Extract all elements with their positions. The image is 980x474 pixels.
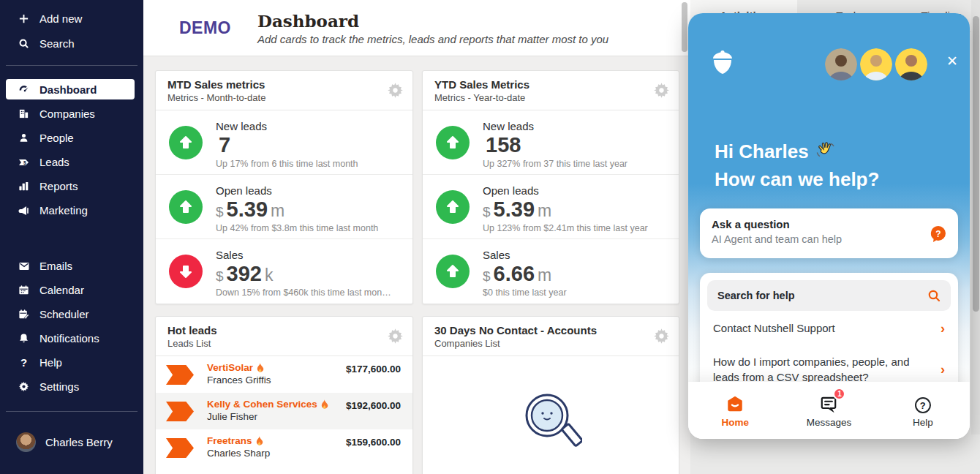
question-circle-icon: ? xyxy=(915,397,931,413)
metric-note: Up 42% from $3.8m this time last month xyxy=(216,223,402,233)
lead-row[interactable]: Freetrans Charles Sharp $159,600.00 xyxy=(156,429,412,466)
lead-company-link[interactable]: Kelly & Cohen Services xyxy=(207,399,317,410)
sidebar-item-settings[interactable]: Settings xyxy=(0,375,143,399)
card-settings-gear-icon[interactable] xyxy=(653,328,670,345)
metric-row[interactable]: Sales $392k Down 15% from $460k this tim… xyxy=(156,239,412,304)
help-link-text: Contact Nutshell Support xyxy=(713,320,835,336)
chevron-right-icon: › xyxy=(941,322,945,335)
sidebar-item-label: Settings xyxy=(39,380,79,393)
sidebar-item-label: Search xyxy=(39,37,75,50)
dashboard-cards: MTD Sales metrics Metrics - Month-to-dat… xyxy=(143,56,690,474)
card-hot-leads: Hot leads Leads List VertiSolar Frances … xyxy=(155,316,413,474)
close-icon[interactable]: ✕ xyxy=(946,54,958,68)
person-icon xyxy=(18,132,30,144)
up-arrow-icon xyxy=(436,126,470,159)
nutshell-acorn-icon[interactable] xyxy=(710,50,735,76)
sidebar-item-emails[interactable]: Emails xyxy=(0,254,143,278)
teammate-avatars xyxy=(822,48,927,80)
metric-row[interactable]: New leads 158 Up 327% from 37 this time … xyxy=(423,110,679,175)
sidebar-item-add-new[interactable]: Add new xyxy=(0,6,143,31)
user-name: Charles Berry xyxy=(45,436,113,448)
sidebar-user-menu[interactable]: Charles Berry xyxy=(0,427,143,456)
metric-row[interactable]: Sales $6.66m $0 this time last year xyxy=(423,239,679,304)
sidebar-item-people[interactable]: People xyxy=(0,126,143,150)
sidebar-item-label: Companies xyxy=(39,108,95,120)
card-title: 30 Days No Contact - Accounts xyxy=(434,324,667,336)
metric-label: Open leads xyxy=(216,184,402,197)
card-settings-gear-icon[interactable] xyxy=(387,328,404,345)
sidebar-item-label: Notifications xyxy=(39,332,99,345)
sidebar-item-leads[interactable]: $ Leads xyxy=(0,150,143,174)
metric-row[interactable]: Open leads $5.39m Up 42% from $3.8m this… xyxy=(156,175,412,239)
metric-note: Up 17% from 6 this time last month xyxy=(216,159,402,169)
sidebar-item-marketing[interactable]: Marketing xyxy=(0,198,143,222)
sidebar-item-companies[interactable]: Companies xyxy=(0,102,143,126)
question-mark-icon: ? xyxy=(18,356,30,369)
metric-note: Up 327% from 37 this time last year xyxy=(483,159,668,169)
teammate-avatar xyxy=(895,48,927,80)
sidebar-item-reports[interactable]: Reports xyxy=(0,174,143,198)
widget-nav-messages[interactable]: 1 Messages xyxy=(782,382,875,439)
widget-bottom-nav: Home 1 Messages ? Help xyxy=(688,382,970,439)
help-link-contact-support[interactable]: Contact Nutshell Support › xyxy=(707,311,951,345)
card-subtitle: Metrics - Month-to-date xyxy=(167,92,401,103)
magnifier-illustration-icon xyxy=(519,391,582,459)
main-scrollbar[interactable] xyxy=(682,2,687,52)
lead-tag-icon xyxy=(166,365,194,385)
metric-suffix: m xyxy=(538,266,551,285)
metric-label: New leads xyxy=(483,120,668,132)
lead-company-link[interactable]: VertiSolar xyxy=(207,362,253,373)
sidebar-item-search[interactable]: Search xyxy=(0,31,143,56)
chat-widget: ✕ Hi Charles How can we help? Ask a ques… xyxy=(688,13,970,439)
metric-row[interactable]: New leads 7 Up 17% from 6 this time last… xyxy=(156,110,412,175)
sidebar-item-calendar[interactable]: Calendar xyxy=(0,278,143,302)
widget-nav-home[interactable]: Home xyxy=(688,382,782,439)
lead-contact: Frances Griffis xyxy=(207,375,401,385)
teammate-avatar xyxy=(825,48,857,80)
widget-nav-help[interactable]: ? Help xyxy=(876,382,970,439)
card-settings-gear-icon[interactable] xyxy=(653,82,670,99)
card-subtitle: Companies List xyxy=(434,338,667,349)
card-title: YTD Sales Metrics xyxy=(434,78,667,91)
lead-tag-icon: $ xyxy=(18,156,30,168)
sidebar-divider xyxy=(6,65,137,66)
lead-company-link[interactable]: Freetrans xyxy=(207,435,252,446)
search-for-help-input[interactable]: Search for help xyxy=(707,280,951,311)
widget-nav-label: Home xyxy=(721,417,749,428)
fire-icon xyxy=(320,399,328,410)
lead-contact: Charles Sharp xyxy=(207,448,401,459)
page-subtitle: Add cards to track the metrics, leads an… xyxy=(257,33,608,45)
chevron-right-icon: › xyxy=(941,363,945,376)
lead-value: $177,600.00 xyxy=(346,364,401,375)
metric-prefix: $ xyxy=(216,204,224,220)
messages-badge: 1 xyxy=(833,388,845,400)
up-arrow-icon xyxy=(436,255,470,288)
fire-icon xyxy=(256,363,264,373)
sidebar-item-dashboard[interactable]: Dashboard xyxy=(6,79,135,99)
calendar-icon xyxy=(18,284,30,296)
metric-value: 7 xyxy=(219,133,230,157)
sidebar-item-scheduler[interactable]: Scheduler xyxy=(0,302,143,326)
sidebar-item-help[interactable]: ? Help xyxy=(0,350,143,375)
metric-row[interactable]: Open leads $5.39m Up 123% from $2.41m th… xyxy=(423,175,679,239)
envelope-icon xyxy=(18,260,30,272)
metric-label: Open leads xyxy=(483,184,668,197)
panel-scrollbar[interactable] xyxy=(973,16,979,312)
home-icon xyxy=(725,394,745,413)
sidebar-item-label: Emails xyxy=(39,260,72,272)
metric-value: 158 xyxy=(486,133,521,157)
search-icon xyxy=(18,37,30,50)
sidebar-item-label: People xyxy=(39,132,74,144)
wave-icon xyxy=(815,140,835,161)
lead-row[interactable]: VertiSolar Frances Griffis $177,600.00 xyxy=(156,356,412,393)
metric-note: Down 15% from $460k this time last mon… xyxy=(216,287,402,298)
sidebar-item-label: Marketing xyxy=(39,204,88,217)
svg-text:$: $ xyxy=(23,160,26,166)
card-settings-gear-icon[interactable] xyxy=(387,82,404,99)
lead-row[interactable]: Kelly & Cohen Services Julie Fisher $192… xyxy=(156,393,412,429)
search-icon xyxy=(927,289,941,302)
ask-a-question-card[interactable]: Ask a question AI Agent and team can hel… xyxy=(700,208,958,258)
sidebar-item-notifications[interactable]: Notifications xyxy=(0,326,143,350)
teammate-avatar xyxy=(860,48,892,80)
orange-question-bubble-icon: ? xyxy=(930,225,946,243)
